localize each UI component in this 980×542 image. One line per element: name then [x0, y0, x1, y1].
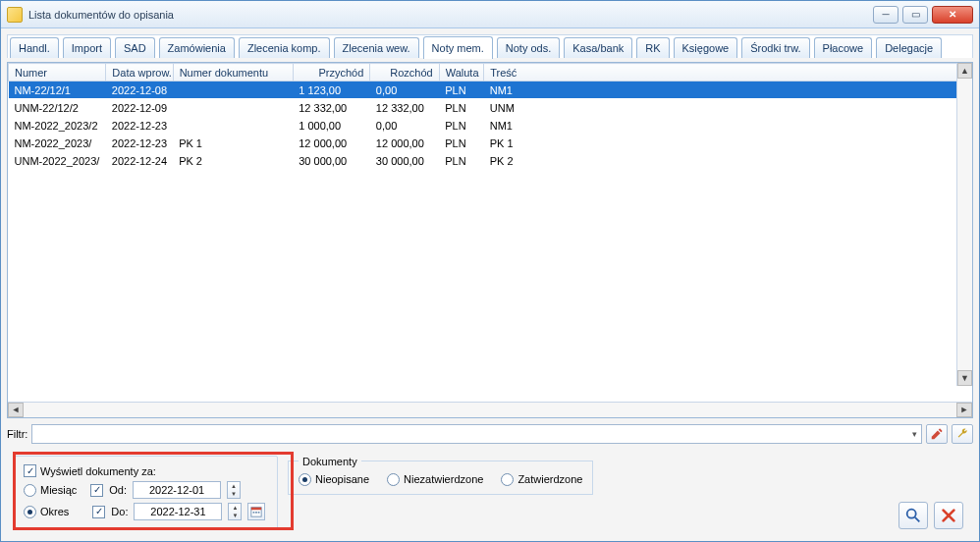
date-filter-panel: Wyświetl dokumenty za: Miesiąc Od: 2022-…: [13, 456, 278, 530]
vertical-scrollbar[interactable]: ▲ ▼: [956, 63, 972, 386]
tab-handl-[interactable]: Handl.: [10, 37, 59, 58]
filter-clear-button[interactable]: [926, 424, 948, 444]
table-row[interactable]: NM-2022_2023/22022-12-231 000,000,00PLNN…: [9, 117, 972, 135]
unassigned-radio[interactable]: Nieopisane: [299, 473, 369, 486]
calendar-icon: [250, 506, 262, 517]
document-grid: NumerData wprow.Numer dokumentuPrzychódR…: [7, 62, 973, 418]
svg-rect-1: [251, 508, 261, 511]
tab-kasa-bank[interactable]: Kasa/bank: [564, 37, 632, 58]
radio-icon: [24, 484, 36, 497]
tab-noty-mem-[interactable]: Noty mem.: [423, 36, 493, 59]
filter-input[interactable]: [31, 424, 922, 444]
od-spinner[interactable]: ▲▼: [227, 481, 241, 499]
svg-rect-4: [258, 512, 260, 514]
column-header[interactable]: Numer dokumentu: [173, 64, 293, 81]
documents-status-group: Dokumenty Nieopisane Niezatwierdzone Zat…: [288, 456, 593, 495]
scroll-down-icon[interactable]: ▼: [957, 370, 972, 386]
horizontal-scrollbar[interactable]: ◄ ►: [8, 402, 972, 417]
od-label: Od:: [109, 484, 127, 496]
do-checkbox[interactable]: [92, 506, 105, 518]
delete-button[interactable]: [934, 502, 963, 529]
radio-icon: [24, 506, 36, 518]
titlebar: Lista dokumentów do opisania ─ ▭ ✕: [1, 1, 979, 28]
period-radio[interactable]: Okres: [24, 506, 69, 518]
x-icon: [940, 507, 957, 524]
scroll-up-icon[interactable]: ▲: [957, 63, 972, 79]
unconfirmed-radio[interactable]: Niezatwierdzone: [387, 473, 483, 486]
svg-line-6: [915, 517, 920, 522]
calendar-button[interactable]: [247, 503, 265, 520]
tab-bar: Handl.ImportSADZamówieniaZlecenia komp.Z…: [7, 34, 973, 58]
tab-delegacje[interactable]: Delegacje: [876, 37, 942, 58]
radio-icon: [299, 473, 311, 486]
column-header[interactable]: Waluta: [439, 64, 484, 81]
tab-ksi-gowe[interactable]: Księgowe: [674, 37, 738, 58]
tab-zlecenia-wew-[interactable]: Zlecenia wew.: [334, 37, 419, 58]
column-header[interactable]: Przychód: [293, 64, 370, 81]
magnifier-icon: [904, 507, 922, 524]
column-header[interactable]: Numer: [9, 64, 106, 81]
tab--rodki-trw-[interactable]: Środki trw.: [741, 37, 809, 58]
do-label: Do:: [111, 506, 128, 517]
column-header[interactable]: Treść: [484, 64, 972, 81]
radio-icon: [501, 473, 514, 486]
documents-legend: Dokumenty: [299, 456, 361, 467]
tab-sad[interactable]: SAD: [115, 37, 155, 58]
svg-point-5: [907, 510, 916, 518]
od-checkbox[interactable]: [90, 484, 103, 497]
pencil-icon: [930, 427, 944, 441]
confirmed-radio[interactable]: Zatwierdzone: [501, 473, 582, 486]
tab-zlecenia-komp-[interactable]: Zlecenia komp.: [239, 37, 330, 58]
tab-import[interactable]: Import: [63, 37, 111, 58]
column-header[interactable]: Data wprow.: [106, 64, 173, 81]
tab-p-acowe[interactable]: Płacowe: [814, 37, 873, 58]
tab-noty-ods-[interactable]: Noty ods.: [497, 37, 560, 58]
close-button[interactable]: ✕: [932, 6, 973, 24]
table-row[interactable]: NM-22/12/12022-12-081 123,000,00PLNNM1: [9, 81, 972, 99]
wrench-icon: [955, 427, 969, 441]
svg-rect-3: [256, 512, 258, 514]
tab-zam-wienia[interactable]: Zamówienia: [159, 37, 235, 58]
maximize-button[interactable]: ▭: [902, 6, 928, 24]
od-date-input[interactable]: 2022-12-01: [133, 481, 221, 499]
scroll-left-icon[interactable]: ◄: [8, 403, 24, 417]
do-spinner[interactable]: ▲▼: [228, 503, 242, 520]
svg-rect-2: [253, 512, 255, 514]
minimize-button[interactable]: ─: [873, 6, 898, 24]
tab-rk[interactable]: RK: [636, 37, 669, 58]
column-header[interactable]: Rozchód: [370, 64, 439, 81]
radio-icon: [387, 473, 400, 486]
do-date-input[interactable]: 2022-12-31: [134, 503, 222, 520]
scroll-right-icon[interactable]: ►: [956, 403, 972, 417]
checkbox-icon: [24, 464, 36, 477]
table-row[interactable]: NM-2022_2023/2022-12-23PK 112 000,0012 0…: [9, 135, 972, 152]
app-icon: [7, 7, 23, 23]
filter-settings-button[interactable]: [952, 424, 973, 444]
search-button[interactable]: [898, 502, 928, 529]
table-row[interactable]: UNM-2022_2023/2022-12-24PK 230 000,0030 …: [9, 152, 972, 170]
table-row[interactable]: UNM-22/12/22022-12-0912 332,0012 332,00P…: [9, 99, 972, 117]
window-title: Lista dokumentów do opisania: [28, 9, 873, 21]
month-radio[interactable]: Miesiąc: [24, 484, 77, 497]
show-documents-checkbox[interactable]: Wyświetl dokumenty za:: [24, 464, 156, 477]
filter-label: Filtr:: [7, 428, 27, 440]
